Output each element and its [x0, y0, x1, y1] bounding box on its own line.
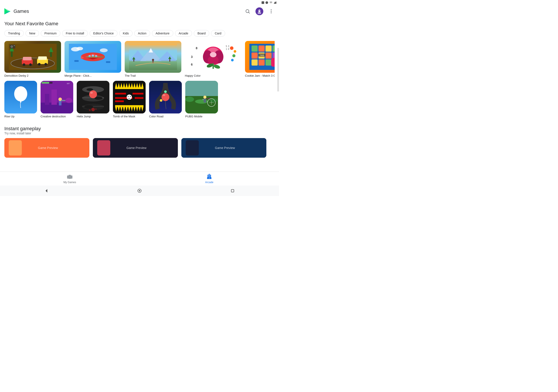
game-card-trail[interactable]: The Trail	[125, 41, 181, 77]
instant-card-3[interactable]: Game Preview	[181, 138, 266, 158]
game-card-creative[interactable]: 107 Creative destruction	[41, 81, 73, 118]
svg-point-161	[130, 96, 131, 97]
svg-text:Game Preview: Game Preview	[38, 146, 58, 150]
svg-rect-204	[231, 189, 234, 192]
chip-card[interactable]: Card	[211, 30, 225, 37]
chip-new[interactable]: New	[26, 30, 39, 37]
back-button[interactable]	[44, 188, 49, 193]
svg-rect-45	[74, 60, 79, 62]
game-card-riseup[interactable]: Rise Up	[4, 81, 37, 118]
chip-board[interactable]: Board	[194, 30, 209, 37]
chip-adventure[interactable]: Adventure	[152, 30, 173, 37]
game-card-pubg[interactable]: PUBG Mobile	[185, 81, 218, 118]
status-bar	[0, 0, 279, 5]
trail-scene	[129, 44, 177, 70]
svg-point-10	[259, 10, 259, 11]
svg-point-36	[100, 48, 108, 52]
svg-rect-177	[209, 97, 210, 98]
game-card-cookie[interactable]: Bravo! 7655 ★★★★★ Cookie Jam - Match 3 G…	[245, 41, 275, 77]
instant-card-2[interactable]: Game Preview	[93, 138, 178, 158]
svg-point-127	[89, 109, 91, 111]
mygames-icon	[67, 174, 73, 180]
svg-point-167	[163, 94, 165, 96]
category-chips: Trending New Premium Free to install Edi…	[4, 30, 275, 37]
svg-rect-89	[265, 52, 272, 59]
game-thumb-riseup	[4, 81, 37, 113]
chip-action[interactable]: Action	[134, 30, 150, 37]
instant-title: Instant gameplay	[4, 126, 275, 132]
signal-dot-icon	[265, 1, 268, 4]
svg-point-27	[38, 63, 41, 66]
svg-point-173	[203, 96, 206, 99]
svg-rect-109	[59, 101, 61, 105]
chip-free[interactable]: Free to install	[62, 30, 88, 37]
tomb-icon	[113, 81, 146, 113]
svg-rect-193	[208, 175, 211, 178]
svg-point-12	[271, 9, 272, 10]
svg-point-197	[208, 176, 209, 176]
game-name-helix: Helix Jump	[77, 115, 109, 118]
instant-games-row: Game Preview Game Preview Game Preview	[4, 138, 275, 158]
chip-editors[interactable]: Editor's Choice	[90, 30, 117, 37]
cookie-scene: Bravo! 7655 ★★★★★	[249, 44, 275, 70]
svg-rect-155	[132, 93, 143, 94]
instant-gameplay-section: Instant gameplay Try now, install later …	[0, 122, 279, 158]
game-thumb-creative: 107	[41, 81, 73, 113]
chip-premium[interactable]: Premium	[41, 30, 60, 37]
game-card-happy[interactable]: 8 3 6	[185, 41, 242, 77]
svg-rect-188	[186, 140, 199, 155]
svg-point-13	[271, 11, 272, 12]
game-name-plane: Merge Plane - Click...	[64, 74, 121, 77]
svg-point-203	[139, 190, 140, 191]
game-card-derby[interactable]: Demolition Derby 2	[4, 41, 61, 77]
instant-card-1[interactable]: Game Preview	[4, 138, 89, 158]
game-card-plane[interactable]: Merge Plane - Click...	[64, 41, 121, 77]
bottom-nav: My Games Arcade	[0, 172, 279, 186]
scroll-indicator[interactable]	[277, 48, 279, 92]
svg-text:5: 5	[226, 45, 227, 47]
svg-rect-182	[9, 140, 22, 155]
svg-text:107: 107	[67, 83, 70, 85]
wifi-icon	[270, 1, 272, 4]
chip-kids[interactable]: Kids	[119, 30, 132, 37]
recents-button[interactable]	[230, 188, 235, 193]
svg-rect-26	[38, 56, 47, 60]
svg-point-118	[84, 105, 93, 109]
svg-marker-1	[276, 1, 276, 4]
games-row-2: Rise Up	[4, 81, 275, 118]
svg-point-200	[209, 174, 210, 174]
svg-point-160	[128, 96, 129, 97]
chip-trending[interactable]: Trending	[4, 30, 24, 37]
signal-icon	[274, 1, 276, 4]
svg-rect-46	[106, 61, 110, 63]
svg-point-198	[209, 176, 210, 176]
more-options-button[interactable]	[267, 7, 276, 16]
svg-rect-55	[169, 59, 170, 62]
svg-point-11	[260, 10, 260, 11]
svg-rect-152	[115, 87, 143, 89]
header-actions	[243, 7, 276, 16]
game-card-tomb[interactable]: Tomb of the Mask	[113, 81, 146, 118]
games-row-1: Demolition Derby 2	[4, 41, 275, 77]
nav-item-mygames[interactable]: My Games	[0, 174, 140, 184]
game-card-colorroad[interactable]: Color Road	[149, 81, 182, 118]
game-card-helix[interactable]: Helix Jump	[77, 81, 109, 118]
game-name-cookie: Cookie Jam - Match 3 Games	[245, 74, 275, 77]
chip-arcade[interactable]: Arcade	[175, 30, 192, 37]
search-button[interactable]	[243, 7, 252, 16]
nav-item-arcade[interactable]: Arcade	[140, 174, 279, 184]
svg-rect-113	[42, 82, 49, 84]
svg-point-170	[185, 97, 194, 102]
instant-subtitle: Try now, install later	[4, 132, 275, 135]
svg-text:1: 1	[226, 48, 227, 50]
game-name-creative: Creative destruction	[41, 115, 73, 118]
arcade-icon	[206, 174, 212, 180]
svg-rect-157	[115, 100, 124, 102]
svg-rect-90	[272, 52, 275, 59]
app-title: Games	[14, 9, 29, 14]
avatar[interactable]	[255, 7, 263, 15]
svg-rect-83	[265, 45, 272, 52]
more-vert-icon	[269, 9, 274, 14]
home-button[interactable]	[137, 188, 142, 193]
svg-rect-175	[202, 99, 204, 100]
